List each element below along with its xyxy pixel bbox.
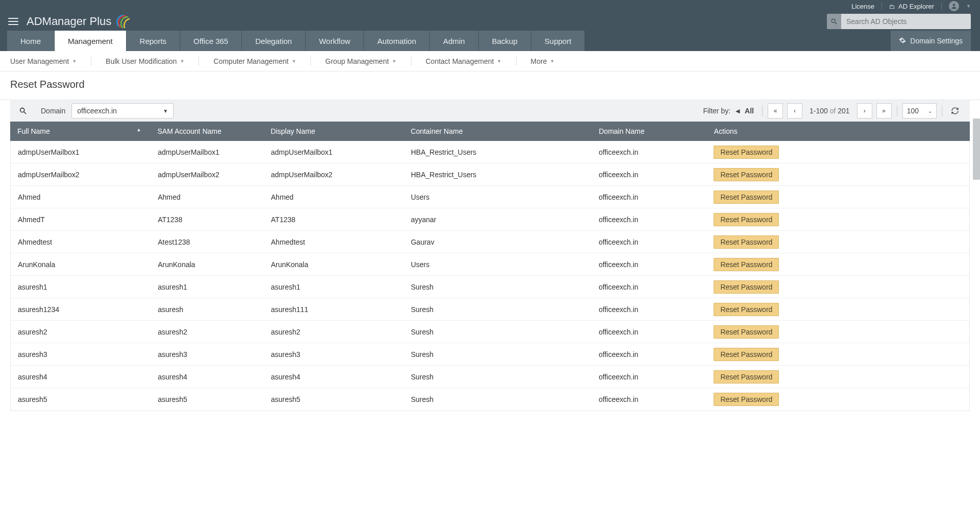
brand-arc-icon [115, 14, 131, 29]
reset-password-button[interactable]: Reset Password [714, 303, 779, 316]
column-header-domain[interactable]: Domain Name [592, 127, 707, 135]
cell-domain: officeexch.in [592, 350, 706, 359]
cell-full-name: admpUserMailbox2 [11, 171, 151, 179]
reset-password-button[interactable]: Reset Password [714, 213, 779, 226]
reset-password-button[interactable]: Reset Password [714, 325, 779, 339]
column-header-full-name[interactable]: Full Name [10, 127, 150, 135]
filter-prev-icon[interactable]: ◀ [736, 108, 740, 114]
menu-hamburger-icon[interactable] [8, 18, 18, 25]
reset-password-button[interactable]: Reset Password [714, 168, 779, 181]
next-page-button[interactable]: › [857, 103, 872, 118]
reset-password-button[interactable]: Reset Password [714, 393, 779, 406]
cell-container: HBA_Restrict_Users [404, 171, 592, 179]
subnav-contact-management[interactable]: Contact Management▼ [426, 57, 502, 65]
cell-display: ArunKonala [264, 260, 404, 269]
chevron-down-icon: ▼ [550, 59, 554, 64]
cell-container: Suresh [404, 283, 592, 291]
reset-password-button[interactable]: Reset Password [714, 190, 779, 204]
cell-full-name: asuresh1 [11, 283, 151, 291]
subnav-computer-management[interactable]: Computer Management▼ [213, 57, 296, 65]
subnav-group-management[interactable]: Group Management▼ [325, 57, 396, 65]
nav-tab-office-365[interactable]: Office 365 [180, 31, 241, 51]
column-header-display[interactable]: Display Name [263, 127, 403, 135]
vertical-scrollbar[interactable] [973, 118, 980, 180]
cell-sam: AT1238 [151, 216, 264, 224]
subnav-bulk-user-modification[interactable]: Bulk User Modification▼ [106, 57, 184, 65]
chevron-down-icon: ⌄ [928, 108, 932, 114]
cell-domain: officeexch.in [592, 238, 706, 246]
user-menu-caret-icon[interactable]: ▼ [966, 4, 971, 9]
nav-tab-backup[interactable]: Backup [479, 31, 531, 51]
svg-line-4 [24, 112, 26, 114]
gear-icon [899, 37, 906, 45]
subnav-more[interactable]: More▼ [531, 57, 555, 65]
cell-sam: asuresh4 [151, 373, 264, 381]
table-row: AhmedtestAtest1238AhmedtestGauravofficee… [11, 231, 969, 253]
filter-by-label: Filter by: [703, 107, 730, 115]
nav-tab-support[interactable]: Support [531, 31, 585, 51]
prev-page-button[interactable]: ‹ [787, 103, 802, 118]
nav-tab-reports[interactable]: Reports [127, 31, 180, 51]
svg-point-1 [831, 19, 835, 22]
domain-select[interactable]: officeexch.in ▼ [71, 103, 174, 118]
cell-container: Users [404, 193, 592, 201]
reset-password-button[interactable]: Reset Password [714, 146, 779, 159]
cell-domain: officeexch.in [592, 373, 706, 381]
reset-password-button[interactable]: Reset Password [714, 258, 779, 271]
cell-domain: officeexch.in [592, 283, 706, 291]
table-row: AhmedTAT1238AT1238ayyanarofficeexch.inRe… [11, 208, 969, 231]
cell-container: Suresh [404, 350, 592, 359]
nav-tab-automation[interactable]: Automation [364, 31, 429, 51]
table-row: asuresh1asuresh1asuresh1Sureshofficeexch… [11, 276, 969, 298]
cell-container: Suresh [404, 373, 592, 381]
nav-tab-delegation[interactable]: Delegation [242, 31, 305, 51]
license-link[interactable]: License [851, 3, 874, 10]
cell-full-name: asuresh1234 [11, 305, 151, 314]
page-size-select[interactable]: 100 ⌄ [902, 103, 937, 118]
reset-password-button[interactable]: Reset Password [714, 348, 779, 361]
cell-sam: asuresh3 [151, 350, 264, 359]
user-avatar-icon[interactable] [949, 1, 959, 11]
brand-logo: ADManager Plus [27, 14, 131, 29]
table-row: AhmedAhmedAhmedUsersofficeexch.inReset P… [11, 186, 969, 208]
cell-sam: asuresh2 [151, 328, 264, 336]
cell-domain: officeexch.in [592, 216, 706, 224]
svg-point-3 [20, 108, 24, 112]
cell-sam: admpUserMailbox2 [151, 171, 264, 179]
reset-password-button[interactable]: Reset Password [714, 235, 779, 249]
ad-explorer-link[interactable]: AD Explorer [889, 3, 934, 10]
column-header-actions: Actions [707, 127, 970, 135]
cell-sam: asuresh1 [151, 283, 264, 291]
table-row: asuresh4asuresh4asuresh4Sureshofficeexch… [11, 366, 969, 388]
reset-password-button[interactable]: Reset Password [714, 370, 779, 384]
subnav-user-management[interactable]: User Management▼ [10, 57, 77, 65]
cell-sam: Atest1238 [151, 238, 264, 246]
column-header-container[interactable]: Container Name [404, 127, 592, 135]
cell-container: ayyanar [404, 216, 592, 224]
search-icon[interactable] [827, 14, 841, 29]
domain-settings-button[interactable]: Domain Settings [891, 31, 971, 51]
refresh-button[interactable] [947, 103, 963, 118]
cell-display: admpUserMailbox1 [264, 148, 404, 156]
first-page-button[interactable]: « [768, 103, 783, 118]
filter-value[interactable]: All [745, 107, 754, 115]
chevron-down-icon: ▼ [497, 59, 502, 64]
last-page-button[interactable]: » [876, 103, 892, 118]
cell-display: asuresh5 [264, 395, 404, 403]
column-header-sam[interactable]: SAM Account Name [150, 127, 263, 135]
cell-container: Suresh [404, 328, 592, 336]
cell-container: Users [404, 260, 592, 269]
cell-full-name: asuresh4 [11, 373, 151, 381]
nav-tab-admin[interactable]: Admin [430, 31, 478, 51]
chevron-down-icon: ▼ [72, 59, 77, 64]
table-row: asuresh1234asureshasuresh111Sureshoffice… [11, 298, 969, 321]
svg-line-2 [835, 22, 837, 25]
nav-tab-home[interactable]: Home [7, 31, 54, 51]
nav-tab-management[interactable]: Management [55, 31, 126, 51]
table-search-icon[interactable] [17, 105, 29, 116]
reset-password-button[interactable]: Reset Password [714, 280, 779, 294]
search-input[interactable] [841, 14, 971, 29]
cell-display: asuresh111 [264, 305, 404, 314]
nav-tab-workflow[interactable]: Workflow [306, 31, 363, 51]
cell-container: Gaurav [404, 238, 592, 246]
